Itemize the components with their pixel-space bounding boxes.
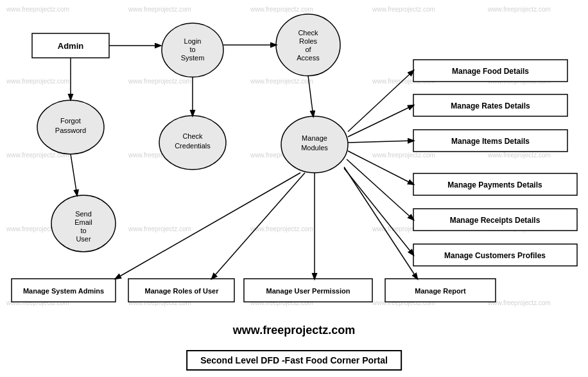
manage-modules-label-1: Manage (302, 134, 327, 142)
check-creds-label-1: Check (182, 132, 203, 140)
forgot-pw-label-1: Forgot (60, 117, 81, 125)
arrow-mod-rates (348, 105, 413, 137)
manage-receipts-label: Manage Receipts Details (450, 216, 540, 225)
arrow-mod-receipts (347, 159, 413, 220)
manage-payments-label: Manage Payments Details (447, 180, 542, 189)
svg-text:www.freeprojectz.com: www.freeprojectz.com (487, 299, 551, 306)
send-email-label-4: User (76, 235, 91, 243)
svg-text:www.freeprojectz.com: www.freeprojectz.com (128, 225, 191, 232)
arrow-mod-customers (344, 168, 413, 255)
forgot-pw-label-2: Password (55, 127, 86, 134)
arrow-mod-items (348, 141, 413, 143)
svg-text:www.freeprojectz.com: www.freeprojectz.com (250, 78, 313, 85)
svg-text:www.freeprojectz.com: www.freeprojectz.com (487, 152, 551, 159)
send-email-label-2: Email (74, 218, 92, 226)
svg-text:www.freeprojectz.com: www.freeprojectz.com (487, 6, 551, 13)
admin-label: Admin (58, 41, 84, 51)
svg-text:www.freeprojectz.com: www.freeprojectz.com (128, 78, 191, 85)
check-roles-node (276, 14, 340, 76)
send-email-label-1: Send (75, 210, 92, 218)
manage-customers-label: Manage Customers Profiles (444, 251, 546, 260)
svg-text:www.freeprojectz.com: www.freeprojectz.com (128, 6, 191, 13)
website-label: www.freeprojectz.com (0, 324, 588, 337)
check-creds-label-2: Credentials (175, 142, 211, 150)
manage-rates-label: Manage Rates Details (451, 101, 530, 110)
svg-text:www.freeprojectz.com: www.freeprojectz.com (372, 6, 435, 13)
send-email-label-3: to (80, 227, 86, 234)
manage-items-label: Manage Items Details (451, 137, 530, 146)
check-roles-label-3: of (305, 46, 311, 53)
diagram-title: Second Level DFD -Fast Food Corner Porta… (186, 350, 402, 371)
svg-text:www.freeprojectz.com: www.freeprojectz.com (250, 6, 313, 13)
arrow-mod-report (344, 167, 417, 279)
manage-modules-label-2: Modules (301, 144, 328, 152)
svg-text:www.freeprojectz.com: www.freeprojectz.com (250, 225, 313, 232)
svg-text:www.freeprojectz.com: www.freeprojectz.com (6, 78, 69, 85)
check-roles-label-1: Check (298, 29, 318, 37)
svg-text:www.freeprojectz.com: www.freeprojectz.com (6, 6, 69, 13)
manage-food-label: Manage Food Details (452, 67, 529, 76)
manage-user-perm-label: Manage User Permission (266, 287, 350, 295)
manage-sys-admins-label: Manage System Admins (23, 287, 104, 295)
check-roles-label-4: Access (297, 54, 320, 62)
login-label-3: System (181, 54, 205, 62)
login-label-1: Login (184, 37, 202, 45)
arrow-forgotpw-sendemail (71, 154, 77, 195)
check-roles-label-2: Roles (299, 37, 318, 45)
svg-text:www.freeprojectz.com: www.freeprojectz.com (372, 152, 435, 159)
manage-roles-label: Manage Roles of User (145, 287, 220, 295)
manage-report-label: Manage Report (415, 287, 466, 295)
main-svg: www.freeprojectz.com www.freeprojectz.co… (0, 0, 588, 377)
login-label-2: to (189, 46, 195, 53)
diagram-container: www.freeprojectz.com www.freeprojectz.co… (0, 0, 588, 377)
